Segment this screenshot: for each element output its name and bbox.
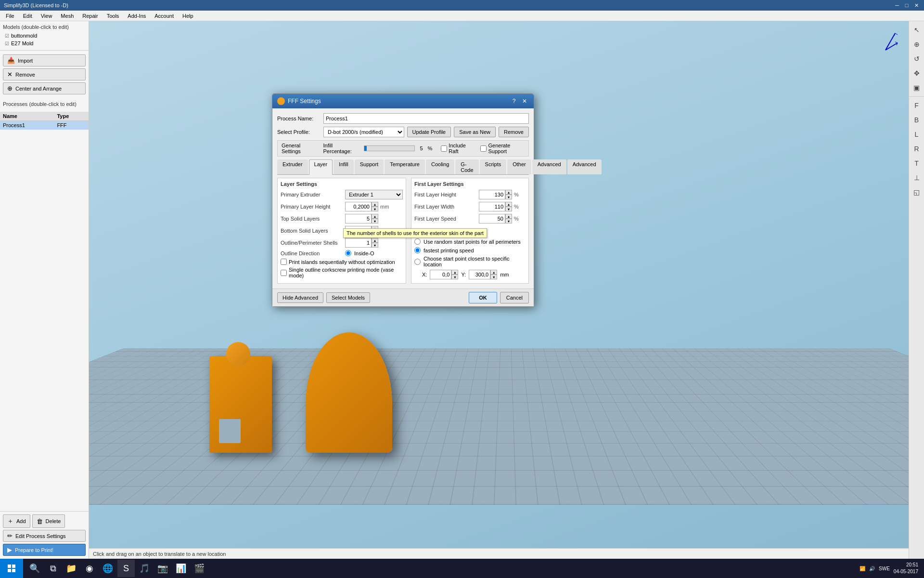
tab-support[interactable]: Temperature: [385, 159, 425, 174]
maximize-button[interactable]: □: [903, 1, 911, 9]
tab-scripts[interactable]: Other: [507, 159, 531, 174]
first-layer-speed-input[interactable]: [479, 214, 505, 223]
x-down[interactable]: ▼: [451, 275, 458, 279]
outline-shells-input[interactable]: [345, 238, 372, 248]
layer-height-down[interactable]: ▼: [372, 207, 378, 211]
hide-advanced-button[interactable]: Hide Advanced: [277, 292, 323, 303]
x-coord-input[interactable]: [430, 270, 451, 279]
include-raft-checkbox[interactable]: [441, 145, 447, 152]
generate-support-checkbox[interactable]: [480, 145, 487, 152]
model-checkbox-e27[interactable]: ☑: [5, 41, 9, 46]
dialog-close-button[interactable]: ✕: [520, 97, 529, 105]
rt-move-icon[interactable]: ✥: [910, 66, 924, 80]
first-layer-w-down[interactable]: ▼: [505, 207, 512, 211]
ok-button[interactable]: OK: [469, 292, 497, 303]
y-coord-input[interactable]: [469, 270, 490, 279]
menu-edit[interactable]: Edit: [19, 12, 36, 20]
first-layer-width-input[interactable]: [479, 202, 505, 211]
tab-extruder[interactable]: Extruder: [277, 159, 308, 174]
edit-process-button[interactable]: ✏ Edit Process Settings: [3, 530, 86, 542]
menu-addins[interactable]: Add-Ins: [124, 12, 150, 20]
y-down[interactable]: ▼: [490, 275, 497, 279]
dialog-help-button[interactable]: ?: [510, 97, 518, 105]
menu-file[interactable]: File: [2, 12, 18, 20]
tab-layer[interactable]: Layer: [309, 159, 333, 175]
top-solid-layers-input[interactable]: [345, 214, 372, 223]
y-up[interactable]: ▲: [490, 270, 497, 275]
tab-additions[interactable]: Infill: [334, 159, 354, 174]
menu-help[interactable]: Help: [179, 12, 197, 20]
taskbar-app3[interactable]: 📷: [154, 560, 171, 577]
fastest-start-radio[interactable]: [414, 247, 421, 253]
tab-infill[interactable]: Support: [355, 159, 384, 174]
menu-account[interactable]: Account: [151, 12, 178, 20]
print-islands-checkbox[interactable]: [281, 259, 287, 265]
rt-top-icon[interactable]: T: [910, 157, 924, 170]
outline-shells-up[interactable]: ▲: [372, 238, 378, 243]
rt-rotate-icon[interactable]: ↺: [910, 52, 924, 66]
rt-back-icon[interactable]: B: [910, 113, 924, 127]
taskbar-explorer[interactable]: 📁: [63, 560, 80, 577]
tab-advanced[interactable]: Advanced: [567, 159, 602, 174]
cancel-button[interactable]: Cancel: [500, 292, 529, 303]
update-profile-button[interactable]: Update Profile: [407, 127, 451, 137]
menu-view[interactable]: View: [37, 12, 56, 20]
menu-mesh[interactable]: Mesh: [57, 12, 77, 20]
rt-left-icon[interactable]: L: [910, 128, 924, 141]
process-name-input[interactable]: [323, 113, 529, 124]
start-button[interactable]: [0, 559, 23, 578]
rt-select-icon[interactable]: ▣: [910, 81, 924, 94]
taskbar-chrome[interactable]: 🌐: [99, 560, 116, 577]
add-process-button[interactable]: ＋ Add: [3, 514, 30, 528]
save-as-new-button[interactable]: Save as New: [454, 127, 496, 137]
tab-temperature[interactable]: Cooling: [426, 159, 454, 174]
top-solid-down[interactable]: ▼: [372, 219, 378, 223]
inside-out-radio[interactable]: [345, 250, 351, 256]
close-button[interactable]: ✕: [912, 1, 920, 9]
menu-repair[interactable]: Repair: [78, 12, 102, 20]
rt-bottom-icon[interactable]: ⊥: [910, 171, 924, 184]
single-outline-checkbox[interactable]: [281, 270, 287, 276]
x-up[interactable]: ▲: [451, 270, 458, 275]
select-models-button[interactable]: Select Models: [326, 292, 370, 303]
rt-zoom-icon[interactable]: ⊕: [910, 38, 924, 51]
rt-pointer-icon[interactable]: ↖: [910, 23, 924, 37]
remove-model-button[interactable]: ✕ Remove: [3, 68, 86, 80]
remove-profile-button[interactable]: Remove: [499, 127, 529, 137]
first-layer-height-input[interactable]: [479, 190, 505, 199]
top-solid-up[interactable]: ▲: [372, 214, 378, 219]
taskbar-app5[interactable]: 🎬: [191, 560, 208, 577]
rt-front-icon[interactable]: F: [910, 99, 924, 112]
table-row[interactable]: Process1 FFF: [0, 121, 89, 130]
layer-height-up[interactable]: ▲: [372, 202, 378, 207]
first-layer-h-up[interactable]: ▲: [505, 190, 512, 195]
rt-iso-icon[interactable]: ◱: [910, 185, 924, 199]
taskbar-search[interactable]: 🔍: [26, 560, 43, 577]
model-item-buttonmold[interactable]: ☑ buttonmold: [3, 32, 86, 39]
prepare-button[interactable]: ▶ Prepare to Print!: [3, 544, 86, 556]
minimize-button[interactable]: ─: [893, 1, 901, 9]
first-layer-s-up[interactable]: ▲: [505, 214, 512, 219]
model-item-e27[interactable]: ☑ E27 Mold: [3, 39, 86, 47]
layer-height-input[interactable]: [345, 202, 372, 211]
rt-right-icon[interactable]: R: [910, 142, 924, 156]
tab-cooling[interactable]: G-Code: [455, 159, 478, 174]
tab-other[interactable]: Advanced: [532, 159, 566, 174]
first-layer-h-down[interactable]: ▼: [505, 195, 512, 199]
center-arrange-button[interactable]: ⊕ Center and Arrange: [3, 82, 86, 94]
primary-extruder-select[interactable]: Extruder 1: [345, 190, 403, 199]
import-button[interactable]: 📥 Import: [3, 54, 86, 66]
taskbar-simplify[interactable]: S: [117, 560, 135, 577]
model-checkbox-buttonmold[interactable]: ☑: [5, 33, 9, 39]
tab-gcode[interactable]: Scripts: [480, 159, 507, 174]
first-layer-s-down[interactable]: ▼: [505, 219, 512, 223]
taskbar-taskview[interactable]: ⧉: [44, 560, 62, 577]
random-start-radio[interactable]: [414, 238, 421, 245]
outline-shells-down[interactable]: ▼: [372, 243, 378, 248]
taskbar-edge[interactable]: ◉: [81, 560, 98, 577]
first-layer-w-up[interactable]: ▲: [505, 202, 512, 207]
menu-tools[interactable]: Tools: [103, 12, 123, 20]
taskbar-app4[interactable]: 📊: [172, 560, 190, 577]
delete-process-button[interactable]: 🗑 Delete: [32, 514, 65, 528]
taskbar-app2[interactable]: 🎵: [136, 560, 153, 577]
